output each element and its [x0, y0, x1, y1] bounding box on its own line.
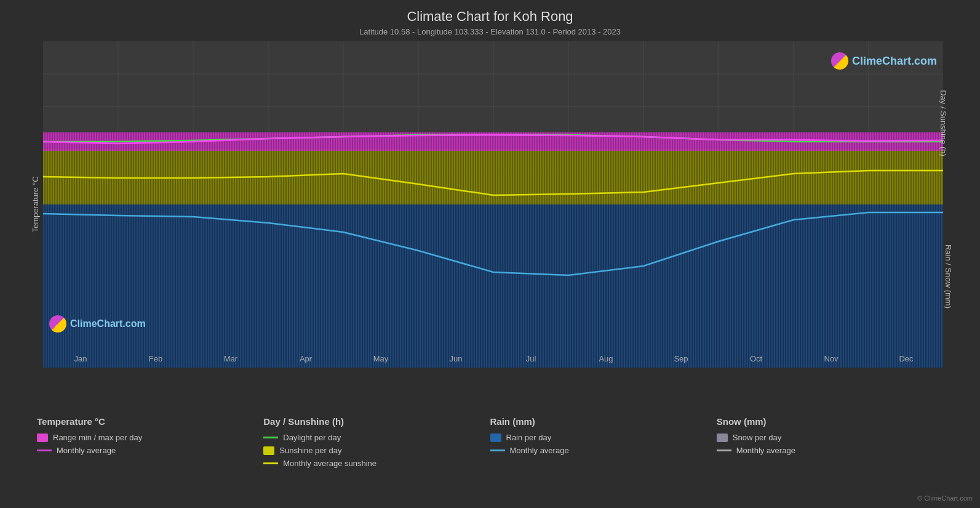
svg-text:Oct: Oct: [750, 354, 763, 363]
svg-text:Jul: Jul: [526, 354, 536, 363]
legend-rain-label: Rain per day: [506, 433, 552, 442]
svg-rect-36: [43, 204, 943, 368]
svg-text:Feb: Feb: [149, 354, 162, 363]
legend-rain: Rain (mm) Rain per day Monthly average: [490, 413, 717, 502]
svg-text:Apr: Apr: [300, 354, 313, 363]
legend-sunshine-avg: Monthly average sunshine: [263, 459, 490, 468]
temp-range-swatch: [37, 433, 48, 442]
legend-snow-avg: Monthly average: [717, 446, 943, 455]
chart-title: Climate Chart for Koh Rong: [0, 0, 980, 25]
chart-svg: 50 40 30 20 10 10 10 0 -10 -20 -30 -40: [43, 41, 943, 368]
sunshine-swatch: [263, 446, 274, 455]
snow-swatch: [717, 433, 728, 442]
legend-temp-title: Temperature °C: [37, 416, 263, 427]
temp-avg-swatch: [37, 450, 52, 451]
legend-snow-title: Snow (mm): [717, 416, 943, 427]
svg-text:Jun: Jun: [450, 354, 463, 363]
legend-snow: Snow (mm) Snow per day Monthly average: [717, 413, 943, 502]
legend-rain-per-day: Rain per day: [490, 433, 717, 442]
rain-avg-swatch: [490, 450, 505, 451]
legend-rain-avg: Monthly average: [490, 446, 717, 455]
top-logo: ClimeChart.com: [831, 52, 937, 70]
snow-avg-swatch: [717, 450, 731, 451]
axis-label-sunshine: Day / Sunshine (h): [939, 90, 949, 156]
legend-snow-per-day: Snow per day: [717, 433, 943, 442]
legend-day-title: Day / Sunshine (h): [263, 416, 490, 427]
axis-label-rain: Rain / Snow (mm): [943, 244, 952, 308]
legend-rain-title: Rain (mm): [490, 416, 717, 427]
legend-daylight-label: Daylight per day: [283, 433, 341, 442]
sunshine-avg-swatch: [263, 462, 278, 464]
legend-sunshine-avg-label: Monthly average sunshine: [283, 459, 376, 468]
svg-text:Jan: Jan: [74, 354, 87, 363]
svg-rect-39: [43, 149, 943, 204]
logo-text-top: ClimeChart.com: [852, 55, 937, 68]
legend-snow-avg-label: Monthly average: [736, 446, 795, 455]
bottom-logo: ClimeChart.com: [49, 315, 146, 333]
legend-temp-avg: Monthly average: [37, 446, 263, 455]
legend-day: Day / Sunshine (h) Daylight per day Suns…: [263, 413, 490, 502]
legend-rain-avg-label: Monthly average: [510, 446, 569, 455]
legend-temp-range-label: Range min / max per day: [53, 433, 142, 442]
rain-swatch: [490, 433, 501, 442]
logo-icon-top: [831, 52, 848, 70]
chart-subtitle: Latitude 10.58 - Longitude 103.333 - Ele…: [0, 27, 980, 36]
svg-text:Dec: Dec: [899, 354, 914, 363]
axis-label-temp: Temperature °C: [31, 176, 40, 232]
copyright-text: © ClimeChart.com: [917, 494, 973, 502]
main-container: Climate Chart for Koh Rong Latitude 10.5…: [0, 0, 980, 508]
legend-snow-label: Snow per day: [733, 433, 782, 442]
legend-temp-avg-label: Monthly average: [57, 446, 116, 455]
logo-icon-bottom: [49, 315, 66, 333]
svg-text:Aug: Aug: [599, 354, 613, 363]
legend-daylight: Daylight per day: [263, 433, 490, 442]
legend-temp: Temperature °C Range min / max per day M…: [37, 413, 263, 502]
svg-text:May: May: [373, 354, 389, 363]
logo-text-bottom: ClimeChart.com: [70, 318, 146, 329]
legend-temp-range: Range min / max per day: [37, 433, 263, 442]
daylight-swatch: [263, 437, 278, 438]
chart-area: Temperature °C Day / Sunshine (h) Rain /…: [43, 41, 943, 368]
svg-text:Sep: Sep: [674, 354, 688, 363]
legend-area: Temperature °C Range min / max per day M…: [0, 406, 980, 508]
svg-text:Mar: Mar: [224, 354, 238, 363]
legend-sunshine: Sunshine per day: [263, 446, 490, 455]
svg-text:Nov: Nov: [824, 354, 839, 363]
legend-sunshine-label: Sunshine per day: [279, 446, 341, 455]
